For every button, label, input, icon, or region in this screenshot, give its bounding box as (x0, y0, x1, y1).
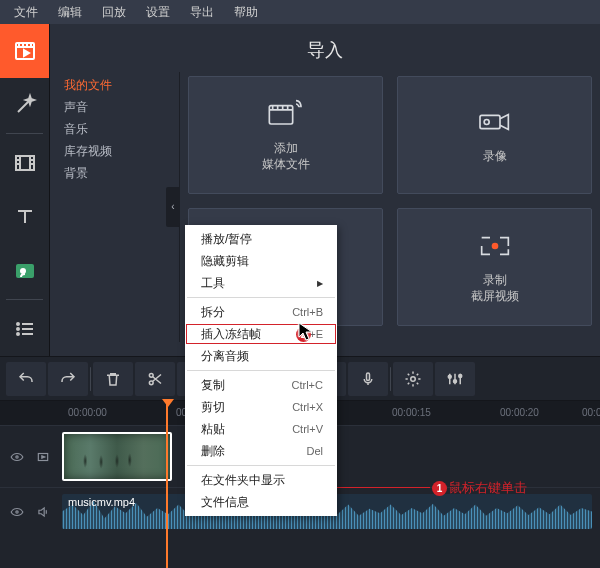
svg-point-9 (484, 120, 489, 125)
video-icon (36, 450, 50, 464)
svg-point-21 (16, 455, 18, 457)
track-head (0, 505, 62, 519)
eye-icon[interactable] (10, 505, 24, 519)
mic-icon[interactable] (348, 362, 388, 396)
cursor-icon (298, 322, 314, 346)
svg-point-18 (448, 375, 451, 378)
ctx-delete[interactable]: 删除Del (185, 440, 337, 462)
trash-icon[interactable] (93, 362, 133, 396)
svg-point-20 (459, 374, 462, 377)
eye-icon[interactable] (10, 450, 24, 464)
ctx-copy[interactable]: 复制Ctrl+C (185, 374, 337, 396)
ctx-paste[interactable]: 粘贴Ctrl+V (185, 418, 337, 440)
menu-file[interactable]: 文件 (4, 4, 48, 21)
pip-icon[interactable] (0, 244, 49, 298)
cat-music[interactable]: 音乐 (64, 118, 179, 140)
cat-sounds[interactable]: 声音 (64, 96, 179, 118)
ctx-split[interactable]: 拆分Ctrl+B (185, 301, 337, 323)
wand-icon[interactable] (0, 78, 49, 132)
separator (390, 367, 391, 391)
svg-point-17 (411, 376, 416, 381)
ctx-hide-clip[interactable]: 隐藏剪辑 (185, 250, 337, 272)
folder-media-icon (266, 98, 306, 130)
separator (90, 367, 91, 391)
menubar[interactable]: 文件 编辑 回放 设置 导出 帮助 (0, 0, 600, 24)
context-menu[interactable]: 播放/暂停 隐藏剪辑 工具 拆分Ctrl+B 插入冻结帧 2 l+E 分离音频 … (185, 225, 337, 516)
filmstrip-icon[interactable] (0, 136, 49, 190)
sliders-icon[interactable] (435, 362, 475, 396)
ctx-detach-audio[interactable]: 分离音频 (185, 345, 337, 367)
cat-stock[interactable]: 库存视频 (64, 140, 179, 162)
redo-icon[interactable] (48, 362, 88, 396)
screen-record-icon (475, 230, 515, 262)
ctx-fileinfo[interactable]: 文件信息 (185, 491, 337, 513)
scissors-icon[interactable] (135, 362, 175, 396)
ctx-cut[interactable]: 剪切Ctrl+X (185, 396, 337, 418)
cat-bg[interactable]: 背景 (64, 162, 179, 184)
import-title: 导入 (50, 24, 600, 72)
menu-help[interactable]: 帮助 (224, 4, 268, 21)
ruler-tick: 00:00:15 (392, 407, 431, 418)
ruler-tick: 00:00:2 (582, 407, 600, 418)
card-label: 录像 (483, 148, 507, 164)
card-label: 添加 媒体文件 (262, 140, 310, 172)
menu-play[interactable]: 回放 (92, 4, 136, 21)
record-video-card[interactable]: 录像 (397, 76, 592, 194)
svg-point-23 (16, 510, 18, 512)
svg-point-4 (17, 323, 19, 325)
media-categories: 我的文件 声音 音乐 库存视频 背景 ‹ (50, 72, 180, 342)
ctx-tools[interactable]: 工具 (185, 272, 337, 294)
collapse-sidebar-icon[interactable]: ‹ (166, 187, 180, 227)
annotation-badge-1: 1 (432, 481, 447, 496)
svg-point-19 (454, 379, 457, 382)
separator (6, 299, 43, 300)
ruler-tick: 00:00:00 (68, 407, 107, 418)
menu-set[interactable]: 设置 (136, 4, 180, 21)
annotation-text: 1 鼠标右键单击 (432, 479, 527, 497)
svg-rect-16 (367, 373, 370, 381)
svg-point-10 (491, 243, 498, 250)
media-icon[interactable] (0, 24, 49, 78)
list-icon[interactable] (0, 302, 49, 356)
add-media-card[interactable]: 添加 媒体文件 (188, 76, 383, 194)
ctx-insert-freeze-frame[interactable]: 插入冻结帧 2 l+E (185, 323, 337, 345)
annotation-label: 鼠标右键单击 (449, 479, 527, 497)
menu-separator (187, 297, 335, 298)
svg-point-3 (20, 268, 26, 274)
menu-export[interactable]: 导出 (180, 4, 224, 21)
svg-point-12 (149, 380, 153, 384)
speaker-icon (36, 505, 50, 519)
ruler-tick: 00:00:20 (500, 407, 539, 418)
menu-separator (187, 370, 335, 371)
ctx-play-pause[interactable]: 播放/暂停 (185, 228, 337, 250)
card-label: 录制 截屏视频 (471, 272, 519, 304)
camcorder-icon (475, 106, 515, 138)
video-clip[interactable] (62, 432, 172, 481)
svg-point-11 (149, 373, 153, 377)
menu-edit[interactable]: 编辑 (48, 4, 92, 21)
left-tool-strip (0, 24, 50, 356)
gear-icon[interactable] (393, 362, 433, 396)
playhead[interactable] (166, 401, 168, 568)
record-screen-card[interactable]: 录制 截屏视频 (397, 208, 592, 326)
menu-separator (187, 465, 335, 466)
track-head (0, 450, 62, 464)
cat-my-files[interactable]: 我的文件 (64, 74, 179, 96)
text-icon[interactable] (0, 190, 49, 244)
ctx-reveal[interactable]: 在文件夹中显示 (185, 469, 337, 491)
separator (6, 133, 43, 134)
audio-clip-name: musicmv.mp4 (68, 496, 135, 508)
undo-icon[interactable] (6, 362, 46, 396)
svg-point-6 (17, 333, 19, 335)
svg-point-5 (17, 328, 19, 330)
